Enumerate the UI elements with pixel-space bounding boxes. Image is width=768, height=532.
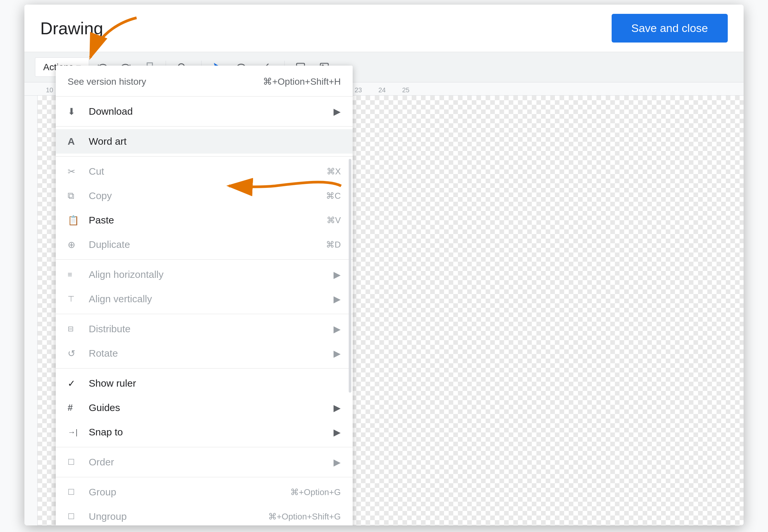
rotate-label: Rotate bbox=[83, 348, 334, 359]
menu-item-order: ☐ Order ▶ bbox=[56, 450, 353, 474]
download-arrow: ▶ bbox=[334, 106, 341, 117]
menu-item-cut: ✂ Cut ⌘X bbox=[56, 159, 353, 184]
menu-sep-2 bbox=[56, 126, 353, 127]
menu-item-rotate: ↺ Rotate ▶ bbox=[56, 341, 353, 366]
menu-sep-4 bbox=[56, 259, 353, 260]
menu-item-ungroup: ☐ Ungroup ⌘+Option+Shift+G bbox=[56, 504, 353, 525]
menu-sep-5 bbox=[56, 314, 353, 314]
menu-item-snap-to[interactable]: →| Snap to ▶ bbox=[56, 420, 353, 444]
duplicate-label: Duplicate bbox=[83, 239, 326, 250]
menu-sep-7 bbox=[56, 447, 353, 447]
menu-scrollbar[interactable] bbox=[349, 159, 351, 393]
distribute-label: Distribute bbox=[83, 323, 334, 335]
snap-to-arrow: ▶ bbox=[334, 427, 341, 438]
show-ruler-label: Show ruler bbox=[83, 378, 341, 389]
paste-shortcut: ⌘V bbox=[327, 215, 341, 225]
menu-item-copy: ⧉ Copy ⌘C bbox=[56, 184, 353, 208]
copy-icon: ⧉ bbox=[68, 191, 83, 201]
copy-shortcut: ⌘C bbox=[326, 191, 341, 201]
menu-item-align-v: ⊤ Align vertically ▶ bbox=[56, 287, 353, 311]
menu-item-paste[interactable]: 📋 Paste ⌘V bbox=[56, 208, 353, 232]
ruler-mark-25: 25 bbox=[394, 86, 418, 94]
version-history-item: See version history ⌘+Option+Shift+H bbox=[56, 70, 353, 94]
align-v-label: Align vertically bbox=[83, 293, 334, 305]
show-ruler-checkmark: ✓ bbox=[68, 378, 83, 389]
align-v-arrow: ▶ bbox=[334, 294, 341, 305]
dialog-header: Drawing Save and close bbox=[24, 5, 744, 52]
save-close-button[interactable]: Save and close bbox=[612, 14, 728, 43]
left-ruler bbox=[24, 96, 38, 525]
duplicate-shortcut: ⌘D bbox=[326, 240, 341, 250]
ruler-mark-24: 24 bbox=[370, 86, 394, 94]
order-icon: ☐ bbox=[68, 458, 83, 467]
rotate-arrow: ▶ bbox=[334, 348, 341, 359]
menu-item-distribute: ⊟ Distribute ▶ bbox=[56, 317, 353, 341]
guides-arrow: ▶ bbox=[334, 402, 341, 413]
paste-icon: 📋 bbox=[68, 215, 83, 226]
menu-sep-3 bbox=[56, 156, 353, 157]
menu-item-duplicate: ⊕ Duplicate ⌘D bbox=[56, 232, 353, 257]
rotate-icon: ↺ bbox=[68, 348, 83, 359]
paste-label: Paste bbox=[83, 215, 327, 226]
snap-to-icon: →| bbox=[68, 428, 83, 437]
distribute-arrow: ▶ bbox=[334, 324, 341, 335]
group-label: Group bbox=[83, 487, 290, 498]
align-v-icon: ⊤ bbox=[68, 294, 83, 304]
menu-sep-1 bbox=[56, 96, 353, 97]
group-shortcut: ⌘+Option+G bbox=[290, 487, 341, 497]
version-history-label: See version history bbox=[68, 76, 146, 87]
dialog-title: Drawing bbox=[40, 18, 103, 38]
group-icon: ☐ bbox=[68, 488, 83, 497]
word-art-icon: A bbox=[68, 136, 83, 147]
duplicate-icon: ⊕ bbox=[68, 239, 83, 250]
align-h-label: Align horizontally bbox=[83, 269, 334, 280]
menu-item-download[interactable]: ⬇ Download ▶ bbox=[56, 99, 353, 124]
ungroup-shortcut: ⌘+Option+Shift+G bbox=[268, 512, 341, 522]
order-label: Order bbox=[83, 457, 334, 468]
menu-item-word-art[interactable]: A Word art bbox=[56, 129, 353, 154]
align-h-arrow: ▶ bbox=[334, 269, 341, 280]
actions-dropdown-menu: See version history ⌘+Option+Shift+H ⬇ D… bbox=[56, 66, 353, 525]
download-label: Download bbox=[83, 106, 334, 117]
menu-item-align-h: ≡ Align horizontally ▶ bbox=[56, 262, 353, 287]
version-history-shortcut: ⌘+Option+Shift+H bbox=[263, 76, 341, 87]
guides-icon: # bbox=[68, 402, 83, 413]
menu-item-show-ruler[interactable]: ✓ Show ruler bbox=[56, 371, 353, 396]
download-icon: ⬇ bbox=[68, 106, 83, 117]
cut-label: Cut bbox=[83, 166, 327, 177]
distribute-icon: ⊟ bbox=[68, 325, 83, 333]
menu-item-group: ☐ Group ⌘+Option+G bbox=[56, 480, 353, 504]
copy-label: Copy bbox=[83, 190, 326, 201]
dialog-title-text: Drawing bbox=[40, 18, 103, 38]
guides-label: Guides bbox=[83, 402, 334, 413]
cut-shortcut: ⌘X bbox=[327, 166, 341, 177]
align-h-icon: ≡ bbox=[68, 270, 83, 279]
cut-icon: ✂ bbox=[68, 166, 83, 177]
drawing-dialog: Drawing Save and close Actions ▾ ▾ bbox=[24, 5, 744, 525]
ungroup-icon: ☐ bbox=[68, 512, 83, 521]
word-art-label: Word art bbox=[83, 136, 341, 147]
order-arrow: ▶ bbox=[334, 457, 341, 468]
menu-sep-8 bbox=[56, 477, 353, 477]
menu-sep-6 bbox=[56, 368, 353, 369]
menu-item-guides[interactable]: # Guides ▶ bbox=[56, 396, 353, 420]
snap-to-label: Snap to bbox=[83, 427, 334, 438]
ungroup-label: Ungroup bbox=[83, 511, 268, 522]
